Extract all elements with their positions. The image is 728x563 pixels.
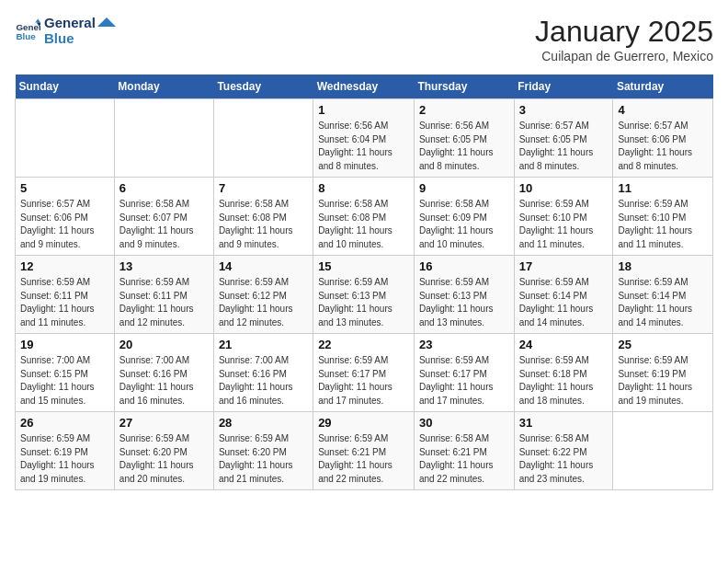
day-info: Sunrise: 6:59 AM Sunset: 6:11 PM Dayligh…: [119, 276, 209, 329]
logo-triangle: [97, 17, 116, 36]
calendar-cell: 21Sunrise: 7:00 AM Sunset: 6:16 PM Dayli…: [213, 334, 313, 412]
day-info: Sunrise: 6:56 AM Sunset: 6:04 PM Dayligh…: [318, 120, 409, 173]
calendar-cell: 11Sunrise: 6:59 AM Sunset: 6:10 PM Dayli…: [613, 178, 713, 256]
header-tuesday: Tuesday: [213, 75, 313, 99]
logo-text-blue: Blue: [44, 30, 96, 46]
day-number: 11: [618, 181, 708, 195]
day-number: 6: [119, 181, 209, 195]
header-friday: Friday: [514, 75, 613, 99]
day-info: Sunrise: 6:59 AM Sunset: 6:10 PM Dayligh…: [519, 198, 609, 251]
calendar-cell: 27Sunrise: 6:59 AM Sunset: 6:20 PM Dayli…: [114, 412, 213, 490]
page-header: General Blue General Blue January 2025 C…: [15, 15, 713, 63]
week-row-5: 26Sunrise: 6:59 AM Sunset: 6:19 PM Dayli…: [16, 412, 713, 490]
day-info: Sunrise: 6:57 AM Sunset: 6:06 PM Dayligh…: [618, 120, 708, 173]
day-info: Sunrise: 6:59 AM Sunset: 6:13 PM Dayligh…: [419, 276, 509, 329]
day-number: 8: [318, 181, 409, 195]
day-number: 23: [419, 338, 509, 351]
calendar-cell: 10Sunrise: 6:59 AM Sunset: 6:10 PM Dayli…: [514, 178, 613, 256]
day-info: Sunrise: 6:58 AM Sunset: 6:07 PM Dayligh…: [119, 198, 209, 251]
days-header-row: SundayMondayTuesdayWednesdayThursdayFrid…: [16, 75, 713, 99]
calendar-cell: 24Sunrise: 6:59 AM Sunset: 6:18 PM Dayli…: [514, 334, 613, 412]
calendar-cell: [16, 99, 115, 178]
day-number: 16: [419, 259, 509, 273]
calendar-cell: 5Sunrise: 6:57 AM Sunset: 6:06 PM Daylig…: [16, 178, 115, 256]
calendar-cell: 31Sunrise: 6:58 AM Sunset: 6:22 PM Dayli…: [514, 412, 613, 490]
day-info: Sunrise: 6:59 AM Sunset: 6:10 PM Dayligh…: [618, 198, 708, 251]
svg-text:Blue: Blue: [16, 31, 36, 41]
day-number: 4: [618, 103, 708, 117]
day-number: 19: [20, 338, 109, 351]
day-number: 31: [519, 416, 609, 430]
day-number: 9: [419, 181, 509, 195]
day-info: Sunrise: 7:00 AM Sunset: 6:16 PM Dayligh…: [119, 354, 209, 408]
svg-marker-2: [35, 18, 40, 22]
day-info: Sunrise: 6:59 AM Sunset: 6:20 PM Dayligh…: [219, 432, 308, 486]
day-number: 22: [318, 338, 409, 351]
header-thursday: Thursday: [414, 75, 514, 99]
day-info: Sunrise: 6:59 AM Sunset: 6:18 PM Dayligh…: [519, 354, 609, 408]
day-number: 25: [618, 338, 708, 351]
header-wednesday: Wednesday: [313, 75, 415, 99]
calendar-cell: 9Sunrise: 6:58 AM Sunset: 6:09 PM Daylig…: [414, 178, 514, 256]
day-number: 20: [119, 338, 209, 351]
calendar-cell: 1Sunrise: 6:56 AM Sunset: 6:04 PM Daylig…: [313, 99, 415, 178]
logo-icon: General Blue: [15, 17, 40, 43]
week-row-3: 12Sunrise: 6:59 AM Sunset: 6:11 PM Dayli…: [16, 256, 713, 334]
day-info: Sunrise: 7:00 AM Sunset: 6:15 PM Dayligh…: [20, 354, 109, 408]
day-number: 7: [219, 181, 308, 195]
header-monday: Monday: [114, 75, 213, 99]
day-number: 28: [219, 416, 308, 430]
calendar-cell: 12Sunrise: 6:59 AM Sunset: 6:11 PM Dayli…: [16, 256, 115, 334]
day-number: 24: [519, 338, 609, 351]
day-info: Sunrise: 6:58 AM Sunset: 6:21 PM Dayligh…: [419, 432, 509, 486]
day-info: Sunrise: 6:58 AM Sunset: 6:08 PM Dayligh…: [318, 198, 409, 251]
logo-text-general: General: [44, 15, 96, 30]
day-info: Sunrise: 6:59 AM Sunset: 6:17 PM Dayligh…: [419, 354, 509, 408]
calendar-cell: 14Sunrise: 6:59 AM Sunset: 6:12 PM Dayli…: [213, 256, 313, 334]
day-number: 14: [219, 259, 308, 273]
calendar-cell: 3Sunrise: 6:57 AM Sunset: 6:05 PM Daylig…: [514, 99, 613, 178]
calendar-cell: 22Sunrise: 6:59 AM Sunset: 6:17 PM Dayli…: [313, 334, 415, 412]
day-number: 5: [20, 181, 109, 195]
logo: General Blue General Blue: [15, 15, 116, 46]
calendar-cell: 30Sunrise: 6:58 AM Sunset: 6:21 PM Dayli…: [414, 412, 514, 490]
header-saturday: Saturday: [613, 75, 713, 99]
calendar-cell: 2Sunrise: 6:56 AM Sunset: 6:05 PM Daylig…: [414, 99, 514, 178]
day-number: 2: [419, 103, 509, 117]
day-info: Sunrise: 6:59 AM Sunset: 6:21 PM Dayligh…: [318, 432, 409, 486]
day-number: 1: [318, 103, 409, 117]
day-info: Sunrise: 6:59 AM Sunset: 6:14 PM Dayligh…: [519, 276, 609, 329]
calendar-cell: 23Sunrise: 6:59 AM Sunset: 6:17 PM Dayli…: [414, 334, 514, 412]
day-number: 15: [318, 259, 409, 273]
day-number: 29: [318, 416, 409, 430]
calendar-cell: [114, 99, 213, 178]
day-number: 17: [519, 259, 609, 273]
calendar-cell: 16Sunrise: 6:59 AM Sunset: 6:13 PM Dayli…: [414, 256, 514, 334]
calendar-cell: 25Sunrise: 6:59 AM Sunset: 6:19 PM Dayli…: [613, 334, 713, 412]
day-number: 27: [119, 416, 209, 430]
calendar-title-block: January 2025 Cuilapan de Guerrero, Mexic…: [535, 15, 713, 63]
day-info: Sunrise: 7:00 AM Sunset: 6:16 PM Dayligh…: [219, 354, 308, 408]
calendar-subtitle: Cuilapan de Guerrero, Mexico: [535, 49, 713, 63]
day-info: Sunrise: 6:59 AM Sunset: 6:14 PM Dayligh…: [618, 276, 708, 329]
day-info: Sunrise: 6:58 AM Sunset: 6:08 PM Dayligh…: [219, 198, 308, 251]
calendar-cell: 18Sunrise: 6:59 AM Sunset: 6:14 PM Dayli…: [613, 256, 713, 334]
calendar-cell: 8Sunrise: 6:58 AM Sunset: 6:08 PM Daylig…: [313, 178, 415, 256]
calendar-cell: 15Sunrise: 6:59 AM Sunset: 6:13 PM Dayli…: [313, 256, 415, 334]
calendar-cell: 19Sunrise: 7:00 AM Sunset: 6:15 PM Dayli…: [16, 334, 115, 412]
day-number: 13: [119, 259, 209, 273]
day-info: Sunrise: 6:59 AM Sunset: 6:19 PM Dayligh…: [20, 432, 109, 486]
calendar-cell: 17Sunrise: 6:59 AM Sunset: 6:14 PM Dayli…: [514, 256, 613, 334]
day-info: Sunrise: 6:59 AM Sunset: 6:20 PM Dayligh…: [119, 432, 209, 486]
day-number: 12: [20, 259, 109, 273]
day-info: Sunrise: 6:56 AM Sunset: 6:05 PM Dayligh…: [419, 120, 509, 173]
day-info: Sunrise: 6:57 AM Sunset: 6:06 PM Dayligh…: [20, 198, 109, 251]
calendar-cell: 13Sunrise: 6:59 AM Sunset: 6:11 PM Dayli…: [114, 256, 213, 334]
calendar-cell: 29Sunrise: 6:59 AM Sunset: 6:21 PM Dayli…: [313, 412, 415, 490]
day-number: 18: [618, 259, 708, 273]
calendar-title: January 2025: [535, 15, 713, 49]
calendar-cell: 26Sunrise: 6:59 AM Sunset: 6:19 PM Dayli…: [16, 412, 115, 490]
week-row-4: 19Sunrise: 7:00 AM Sunset: 6:15 PM Dayli…: [16, 334, 713, 412]
calendar-cell: 28Sunrise: 6:59 AM Sunset: 6:20 PM Dayli…: [213, 412, 313, 490]
day-number: 30: [419, 416, 509, 430]
